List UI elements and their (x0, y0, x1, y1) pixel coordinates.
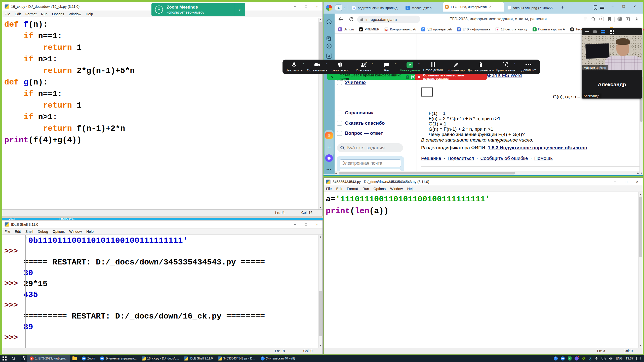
scroll-up-icon[interactable]: ▲ (318, 235, 323, 239)
menu-file[interactable]: File (2, 230, 13, 234)
tab-group-chip[interactable]: 4 (335, 5, 342, 11)
menu-window[interactable]: Window (388, 187, 405, 191)
taskbar-search-button[interactable] (9, 355, 18, 362)
minimize-button[interactable]: − (289, 220, 300, 228)
gallery-view-icon[interactable] (610, 30, 614, 34)
collections-icon[interactable] (625, 17, 630, 21)
taskbar-app-zoom[interactable]: Zoom (79, 355, 98, 362)
taskbar-app-editor2[interactable]: 345335434543.py - D:/... (215, 355, 258, 362)
participant-tile[interactable]: Александр Александр (582, 70, 642, 99)
address-bar[interactable]: inf-ege.sdamgia.ru (357, 16, 420, 23)
webcam-video-tile[interactable]: Максим Зойкин (582, 35, 642, 70)
scroll-left-icon[interactable]: ◀ (335, 172, 337, 174)
stop-sharing-button[interactable]: Остановить совместное использование (415, 74, 487, 80)
taskbar-app-editor1[interactable]: 16_ck.py - D:/_docs/d... (139, 355, 181, 362)
tray-zoom-icon[interactable] (561, 356, 565, 360)
menu-edit[interactable]: Edit (13, 12, 23, 16)
chevron-icon[interactable]: ∨ (418, 62, 420, 65)
zoom-page-icon[interactable] (591, 17, 596, 22)
bookmark-item[interactable]: iПолный курс по А (533, 27, 565, 31)
shell-output[interactable]: '0b111011100110101100100111111111'>>>===… (2, 235, 318, 348)
menu-options[interactable]: Options (50, 230, 67, 234)
browser-logo-icon[interactable] (326, 5, 332, 11)
vertical-scrollbar[interactable]: ▲ ▼ (638, 192, 643, 348)
share-screen-button[interactable]: ∨ Новая демон (398, 60, 421, 74)
browser-minimize-button[interactable]: − (609, 4, 616, 9)
yandex-mail-icon[interactable]: ✉ (325, 132, 333, 139)
chevron-icon[interactable]: ∨ (514, 62, 515, 65)
fipi-link[interactable]: 1.5.3 Индуктивное определение объектов (488, 145, 587, 150)
new-tab-button[interactable]: + (561, 5, 564, 10)
taskbar-app-browser[interactable]: Y 1: ЕГЭ-2023, информ... (27, 355, 70, 362)
bookmark-item[interactable]: МКонтрольная раб (384, 27, 416, 31)
tray-zoom-meeting-icon[interactable]: 8 (554, 356, 558, 360)
close-button[interactable]: × (311, 2, 323, 11)
protect-badge-icon[interactable]: 1 (599, 17, 604, 21)
bookmark-item[interactable]: UUchi.ru (338, 27, 354, 31)
hscrollbar-thumb[interactable] (339, 172, 515, 174)
chevron-icon[interactable]: ∨ (302, 62, 304, 65)
tab-messenger[interactable]: 1 Мессенджер (404, 4, 441, 12)
more-button[interactable]: Дополнит (517, 60, 540, 74)
checkbox[interactable] (337, 131, 342, 136)
pause-share-button[interactable]: Пауза демон (421, 60, 445, 74)
taskbar-app-zoom-controls[interactable]: Элементы управлен... (98, 355, 139, 362)
apps-button[interactable]: ∨ Приложения (494, 60, 517, 74)
menu-format[interactable]: Format (345, 187, 360, 191)
sidebar-more-icon[interactable]: ••• (325, 166, 333, 173)
bookmark-item[interactable]: ▶PREMIER (359, 27, 379, 31)
back-icon[interactable] (338, 17, 344, 22)
help-link[interactable]: Помощь (534, 156, 553, 161)
panel-minimize-icon[interactable] (585, 31, 589, 32)
menu-debug[interactable]: Debug (35, 230, 50, 234)
tray-mic-icon[interactable] (595, 356, 598, 361)
code-editor[interactable]: def f(n): if n==1: return 1 if n>1: retu… (2, 18, 318, 209)
menu-format[interactable]: Format (23, 12, 39, 16)
bookmark-star-icon[interactable] (608, 17, 612, 22)
scroll-down-icon[interactable]: ▼ (318, 344, 323, 348)
minimize-button[interactable]: − (610, 178, 621, 186)
task-view-button[interactable] (18, 355, 27, 362)
tab-group-chevron-icon[interactable]: ∨ (344, 7, 345, 9)
browser-menu-icon[interactable] (600, 6, 604, 9)
solution-link[interactable]: Решение (421, 156, 441, 161)
menu-run[interactable]: Run (39, 12, 50, 16)
add-panel-icon[interactable]: + (325, 143, 333, 151)
menu-edit[interactable]: Edit (334, 187, 345, 191)
download-icon[interactable] (634, 17, 639, 22)
reader-mode-icon[interactable] (583, 17, 588, 22)
sidebar-row-thanks[interactable]: Сказать спасибо (337, 120, 385, 126)
task-search-box[interactable] (337, 143, 403, 152)
feed-icon[interactable] (325, 35, 333, 42)
bookmarks-panel-icon[interactable] (593, 5, 597, 10)
menu-file[interactable]: File (324, 187, 334, 191)
volume-icon[interactable] (609, 357, 613, 360)
scroll-right-icon[interactable]: ▶ (637, 172, 639, 174)
menu-run[interactable]: Run (360, 187, 371, 191)
minimize-button[interactable]: − (289, 2, 300, 11)
bluetooth-icon[interactable] (589, 356, 592, 361)
scroll-down-icon[interactable]: ▼ (640, 172, 642, 174)
menu-help[interactable]: Help (84, 230, 96, 234)
menu-window[interactable]: Window (66, 12, 84, 16)
close-button[interactable]: × (311, 220, 323, 228)
menu-window[interactable]: Window (67, 230, 84, 234)
action-center-icon[interactable] (636, 357, 640, 360)
chevron-icon[interactable]: ∨ (326, 62, 327, 65)
menu-file[interactable]: File (2, 12, 13, 16)
scroll-down-icon[interactable]: ▼ (318, 205, 323, 209)
scroll-down-icon[interactable]: ▼ (639, 344, 643, 348)
minimized-view-icon[interactable] (593, 30, 597, 33)
chat-button[interactable]: ∨ Чат (375, 60, 398, 74)
alice-icon[interactable] (325, 154, 333, 162)
reload-icon[interactable] (349, 17, 354, 22)
start-button[interactable] (0, 355, 9, 362)
extension-icon[interactable] (617, 17, 622, 21)
code-editor[interactable]: a='111011100110101100100111111111'print(… (324, 192, 638, 348)
sidebar-row-reference[interactable]: Справочник (337, 110, 374, 116)
maximize-button[interactable]: □ (621, 178, 632, 186)
zoom-webcam-notification[interactable]: Zoom Meetings использует веб-камеру ∨ (151, 3, 245, 16)
report-error-link[interactable]: Сообщить об ошибке (480, 156, 528, 161)
tab-close-icon[interactable]: × (489, 5, 491, 9)
titlebar[interactable]: IDLE Shell 3.11.0 − □ × (2, 220, 323, 229)
